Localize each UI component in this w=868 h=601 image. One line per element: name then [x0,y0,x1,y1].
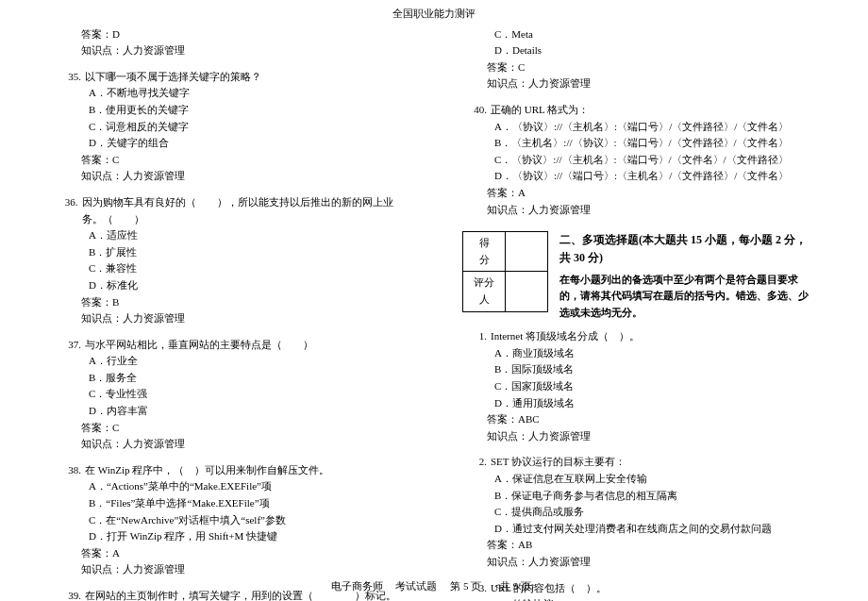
footer-page: 第 5 页 [450,580,481,592]
mq2-kp: 知识点：人力资源管理 [462,554,811,571]
page-footer: 电子商务师 考试试题 第 5 页 <共 9 页> [0,578,868,595]
q36-answer: 答案：B [57,294,406,311]
mq1-stem: Internet 将顶级域名分成（ ）。 [491,328,640,345]
q37-opt-a: A．行业全 [89,353,406,370]
q36-opt-a: A．适应性 [89,227,406,244]
q35-kp: 知识点：人力资源管理 [57,168,406,185]
reviewer-value-cell [506,272,548,311]
q38-stem: 在 WinZip 程序中，（ ）可以用来制作自解压文件。 [85,462,329,479]
mq1-opt-c: C．国家顶级域名 [494,378,811,395]
q40-stem: 正确的 URL 格式为： [491,102,589,119]
q36-opt-d: D．标准化 [89,277,406,294]
q37-answer: 答案：C [57,420,406,437]
question-35: 35.以下哪一项不属于选择关键字的策略？ A．不断地寻找关键字 B．使用更长的关… [57,69,406,185]
q38-kp: 知识点：人力资源管理 [57,561,406,578]
q36-opt-c: C．兼容性 [89,260,406,277]
score-value-cell [506,232,548,272]
mq2-opt-c: C．提供商品或服务 [494,504,811,521]
q37-kp: 知识点：人力资源管理 [57,436,406,453]
section2-header: 得 分 评分人 二、多项选择题(本大题共 15 小题，每小题 2 分，共 30 … [462,231,811,321]
mq3-opt-a: A．传输协议 [494,596,811,601]
q35-opt-c: C．词意相反的关键字 [89,119,406,136]
q35-answer: 答案：C [57,152,406,169]
question-36: 36.因为购物车具有良好的（ ），所以能支持以后推出的新的网上业务。（ ） A．… [57,194,406,327]
q40-opt-c: C．〈协议〉://〈主机名〉:〈端口号〉/〈文件名〉/〈文件路径〉 [494,152,811,169]
q38-opt-d: D．打开 WinZip 程序，用 Shift+M 快捷键 [89,528,406,545]
q36-opt-b: B．扩展性 [89,244,406,261]
q35-opt-a: A．不断地寻找关键字 [89,85,406,102]
mq2-num: 2. [462,454,491,471]
section2-title: 二、多项选择题(本大题共 15 小题，每小题 2 分，共 30 分) [559,231,811,267]
mq1-answer: 答案：ABC [462,411,811,428]
footer-paper: 考试试题 [395,580,437,592]
q36-kp: 知识点：人力资源管理 [57,310,406,327]
mq1-opt-d: D．通用顶级域名 [494,395,811,412]
q39-opt-c: C．Meta [494,26,811,43]
q38-answer: 答案：A [57,545,406,562]
q38-opt-b: B．“Files”菜单中选择“Make.EXEFile”项 [89,495,406,512]
mq2-answer: 答案：AB [462,537,811,554]
mquestion-1: 1.Internet 将顶级域名分成（ ）。 A．商业顶级域名 B．国际顶级域名… [462,328,811,444]
section2-instructions: 在每小题列出的备选项中至少有两个是符合题目要求的，请将其代码填写在题后的括号内。… [559,272,811,322]
q36-num: 36. [57,194,82,227]
question-37: 37.与水平网站相比，垂直网站的主要特点是（ ） A．行业全 B．服务全 C．专… [57,337,406,453]
reviewer-label: 评分人 [463,272,506,311]
q35-num: 35. [57,69,85,86]
footer-subject: 电子商务师 [331,580,383,592]
q35-stem: 以下哪一项不属于选择关键字的策略？ [85,69,261,86]
mquestion-2: 2.SET 协议运行的目标主要有： A．保证信息在互联网上安全传输 B．保证电子… [462,454,811,570]
q36-stem: 因为购物车具有良好的（ ），所以能支持以后推出的新的网上业务。（ ） [82,194,406,227]
left-column: 答案：D 知识点：人力资源管理 35.以下哪一项不属于选择关键字的策略？ A．不… [28,23,434,601]
q40-opt-b: B．〈主机名〉://〈协议〉:〈端口号〉/〈文件路径〉/〈文件名〉 [494,135,811,152]
footer-total: <共 9 页> [494,580,537,592]
right-column: C．Meta D．Details 答案：C 知识点：人力资源管理 40.正确的 … [434,23,840,601]
q39-opt-d: D．Details [494,42,811,59]
q40-opt-a: A．〈协议〉://〈主机名〉:〈端口号〉/〈文件路径〉/〈文件名〉 [494,119,811,136]
q37-stem: 与水平网站相比，垂直网站的主要特点是（ ） [85,337,313,354]
q38-opt-a: A．“Actions”菜单中的“Make.EXEFile”项 [89,478,406,495]
q37-num: 37. [57,337,85,354]
mq2-opt-d: D．通过支付网关处理消费者和在线商店之间的交易付款问题 [494,521,811,538]
question-40: 40.正确的 URL 格式为： A．〈协议〉://〈主机名〉:〈端口号〉/〈文件… [462,102,811,218]
q40-answer: 答案：A [462,185,811,202]
q38-opt-c: C．在“NewArchive”对话框中填入“self”参数 [89,512,406,529]
q40-opt-d: D．〈协议〉://〈端口号〉:〈主机名〉/〈文件路径〉/〈文件名〉 [494,168,811,185]
mq2-opt-a: A．保证信息在互联网上安全传输 [494,471,811,488]
question-38: 38.在 WinZip 程序中，（ ）可以用来制作自解压文件。 A．“Actio… [57,462,406,578]
q40-num: 40. [462,102,491,119]
score-label: 得 分 [463,232,506,272]
q37-opt-b: B．服务全 [89,370,406,387]
prev-answer: 答案：D [57,26,406,43]
q39-answer: 答案：C [462,59,811,76]
q37-opt-c: C．专业性强 [89,386,406,403]
prev-kp: 知识点：人力资源管理 [57,42,406,59]
mq2-opt-b: B．保证电子商务参与者信息的相互隔离 [494,488,811,505]
mq1-opt-a: A．商业顶级域名 [494,345,811,362]
q37-opt-d: D．内容丰富 [89,403,406,420]
mq1-num: 1. [462,328,491,345]
q38-num: 38. [57,462,85,479]
mq1-opt-b: B．国际顶级域名 [494,361,811,378]
q35-opt-d: D．关键字的组合 [89,135,406,152]
q39-kp: 知识点：人力资源管理 [462,75,811,92]
score-box: 得 分 评分人 [462,231,548,311]
q40-kp: 知识点：人力资源管理 [462,202,811,219]
mq1-kp: 知识点：人力资源管理 [462,428,811,445]
doc-header: 全国职业能力测评 [0,0,868,23]
q35-opt-b: B．使用更长的关键字 [89,102,406,119]
mq2-stem: SET 协议运行的目标主要有： [491,454,626,471]
